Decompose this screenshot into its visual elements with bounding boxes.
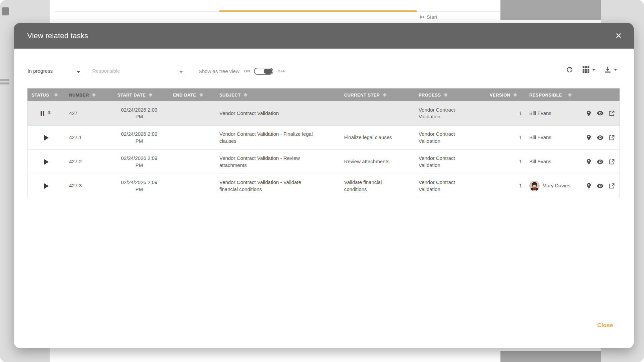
background-panel-bottom — [500, 351, 601, 362]
process-cell: Vendor Contract Validation — [415, 101, 486, 125]
version-cell: 1 — [486, 101, 525, 125]
chevron-down-icon — [179, 71, 183, 73]
start-date-cell: 02/24/2026 2:09 PM — [109, 126, 169, 149]
sort-icon — [54, 93, 58, 97]
row-actions — [582, 101, 620, 125]
locate-in-process-icon[interactable] — [586, 134, 592, 141]
download-icon — [604, 66, 611, 73]
start-date-cell: 02/24/2026 2:09 PM — [109, 174, 169, 198]
toggle-on-label: ON — [244, 69, 250, 73]
column-header-subject[interactable]: SUBJECT — [215, 93, 340, 98]
table-row[interactable]: 427.3 02/24/2026 2:09 PM Vendor Contract… — [28, 174, 620, 198]
table-row[interactable]: 427.2 02/24/2026 2:09 PM Vendor Contract… — [28, 149, 620, 174]
play-icon — [44, 159, 49, 165]
open-in-new-icon[interactable] — [609, 135, 615, 141]
status-cell — [28, 174, 65, 198]
responsible-cell: Bill Evans — [525, 126, 582, 149]
status-filter-select[interactable]: In progress — [27, 65, 82, 77]
download-button[interactable] — [604, 66, 617, 73]
current-step-cell: Finalize legal clauses — [340, 126, 415, 149]
table-body: 427 02/24/2026 2:09 PM Vendor Contract V… — [28, 101, 620, 198]
view-icon[interactable] — [597, 110, 604, 116]
column-header-start-date[interactable]: START DATE — [109, 93, 169, 98]
column-header-current-step[interactable]: CURRENT STEP — [340, 93, 415, 98]
subject-cell: Vendor Contract Validation - Review atta… — [215, 150, 340, 174]
column-header-status[interactable]: STATUS — [28, 93, 65, 98]
process-cell: Vendor Contract Validation — [415, 174, 486, 198]
column-header-version[interactable]: VERSION — [486, 93, 525, 98]
start-date-cell: 02/24/2026 2:09 PM — [109, 150, 169, 174]
end-date-cell — [169, 174, 215, 198]
toggle-off-label: OFF — [277, 69, 285, 73]
open-in-new-icon[interactable] — [609, 183, 615, 189]
process-cell: Vendor Contract Validation — [415, 126, 486, 149]
table-row[interactable]: 427.1 02/24/2026 2:09 PM Vendor Contract… — [28, 125, 620, 149]
play-icon — [44, 135, 49, 140]
view-icon[interactable] — [597, 159, 604, 165]
row-actions — [582, 126, 620, 149]
version-cell: 1 — [486, 150, 525, 174]
chevron-down-icon — [592, 69, 595, 71]
end-date-cell — [169, 101, 215, 125]
background-sidebar-fragment — [2, 7, 9, 15]
end-date-cell — [169, 150, 215, 174]
responsible-filter-select[interactable]: Responsible — [92, 65, 184, 77]
responsible-name: Mary Davies — [542, 182, 570, 189]
row-actions — [582, 150, 620, 174]
pin-icon — [46, 111, 52, 116]
chevron-down-icon — [76, 71, 80, 73]
open-in-new-icon[interactable] — [609, 159, 615, 165]
view-icon[interactable] — [597, 183, 604, 189]
refresh-button[interactable] — [566, 66, 574, 74]
table-header-row: STATUS NUMBER START DATE END DATE SUBJEC… — [28, 88, 620, 101]
close-button[interactable]: Close — [597, 322, 613, 329]
open-in-new-icon[interactable] — [609, 110, 615, 116]
responsible-name: Bill Evans — [529, 110, 551, 117]
dialog-header: View related tasks ✕ — [14, 23, 634, 49]
grid-view-button[interactable] — [582, 66, 595, 73]
background-panel-top — [500, 0, 601, 20]
double-chevron-icon — [420, 15, 425, 19]
sort-icon — [244, 93, 248, 97]
number-cell: 427.3 — [65, 174, 109, 198]
status-cell — [28, 150, 65, 174]
chevron-down-icon — [614, 69, 617, 71]
locate-in-process-icon[interactable] — [586, 159, 592, 165]
responsible-name: Bill Evans — [529, 158, 551, 165]
subject-cell: Vendor Contract Validation — [215, 101, 340, 125]
start-button-label: Start — [427, 14, 437, 20]
responsible-cell: Mary Davies — [525, 174, 582, 198]
current-step-cell: Review attachments — [340, 150, 415, 174]
tree-view-toggle[interactable] — [254, 68, 273, 75]
play-icon — [44, 183, 49, 189]
start-button[interactable]: Start — [420, 14, 437, 20]
responsible-cell: Bill Evans — [525, 101, 582, 125]
status-filter-value: In progress — [28, 68, 53, 74]
related-tasks-dialog: View related tasks ✕ In progress Respons… — [14, 23, 634, 348]
locate-in-process-icon[interactable] — [586, 183, 592, 189]
subject-cell: Vendor Contract Validation - Validate fi… — [215, 174, 340, 198]
table-row[interactable]: 427 02/24/2026 2:09 PM Vendor Contract V… — [28, 101, 620, 125]
column-header-process[interactable]: PROCESS — [415, 93, 486, 98]
column-header-responsible[interactable]: RESPONSIBLE — [525, 93, 582, 98]
related-tasks-table: STATUS NUMBER START DATE END DATE SUBJEC… — [27, 88, 620, 198]
column-header-number[interactable]: NUMBER — [65, 93, 109, 98]
process-cell: Vendor Contract Validation — [415, 150, 486, 174]
column-header-end-date[interactable]: END DATE — [169, 93, 215, 98]
number-cell: 427.2 — [65, 150, 109, 174]
filter-bar: In progress Responsible Show as tree vie… — [27, 64, 621, 78]
close-icon[interactable]: ✕ — [615, 32, 622, 40]
responsible-filter-placeholder: Responsible — [92, 68, 120, 74]
pause-icon — [41, 111, 44, 116]
dialog-title: View related tasks — [14, 32, 88, 40]
version-cell: 1 — [486, 174, 525, 198]
sort-icon — [444, 93, 448, 97]
view-icon[interactable] — [597, 135, 604, 141]
row-actions — [582, 174, 620, 198]
status-cell — [28, 126, 65, 149]
end-date-cell — [169, 126, 215, 149]
locate-in-process-icon[interactable] — [586, 110, 592, 117]
toggle-knob — [264, 69, 272, 74]
sort-icon — [199, 93, 203, 97]
responsible-cell: Bill Evans — [525, 150, 582, 174]
